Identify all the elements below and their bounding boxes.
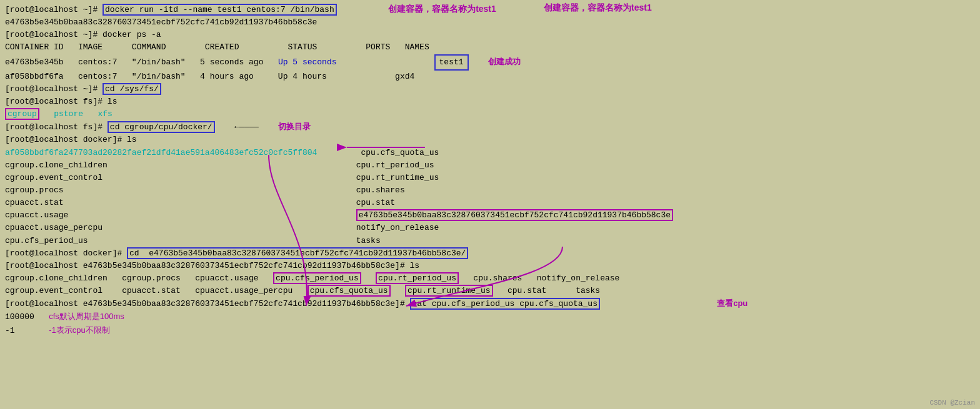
watermark: CSDN @Zcian bbox=[929, 399, 975, 407]
line-cpuacct-stat: cpuacct.stat cpu.stat bbox=[5, 197, 975, 209]
line-ls-row2: cgroup.event_control cpuacct.stat cpuacc… bbox=[5, 285, 975, 297]
line-ls-row1: cgroup.clone_children cgroup.procs cpuac… bbox=[5, 272, 975, 285]
annotation-switch-dir: 切换目录 bbox=[278, 122, 311, 131]
cpu-cfs-period-highlight: cpu.cfs_period_us bbox=[273, 272, 361, 284]
line-cat-command: [root@localhost e4763b5e345b0baa83c32876… bbox=[5, 297, 975, 310]
terminal: [root@localhost ~]# docker run -itd --na… bbox=[0, 0, 980, 340]
annotation-cpu-unlimited: -1表示cpu不限制 bbox=[49, 325, 110, 335]
arrow-left-indicator: ←———— bbox=[234, 122, 259, 132]
cd-cgroup-command: cd cgroup/cpu/docker/ bbox=[108, 121, 215, 133]
line-neg1: -1 -1表示cpu不限制 bbox=[5, 324, 975, 337]
line-100000: 100000 cfs默认周期是100ms bbox=[5, 310, 975, 323]
line-cpuacct-usage: cpuacct.usage e4763b5e345b0baa83c3287603… bbox=[5, 209, 975, 222]
annotation-create-container: 创建容器，容器名称为test1 bbox=[388, 4, 496, 14]
annotation-create-container-pos: 创建容器，容器名称为test1 bbox=[544, 1, 652, 15]
xfs-item: xfs bbox=[98, 109, 112, 119]
cat-cpu-command: cat cpu.cfs_period_us cpu.cfs_quota_us bbox=[410, 298, 600, 310]
line-hash-af058: af058bbdf6fa247703ad20282faef21dfd41ae59… bbox=[5, 147, 975, 159]
line-cpu-period: cpu.cfs_period_us tasks bbox=[5, 235, 975, 247]
e4763-highlight-right: e4763b5e345b0baa83c328760373451ecbf752cf… bbox=[356, 209, 673, 221]
line-container1: e4763b5e345b centos:7 "/bin/bash" 5 seco… bbox=[5, 54, 975, 71]
cd-sysfs-command: cd /sys/fs/ bbox=[102, 83, 161, 95]
line-cd-sysfs: [root@localhost ~]# cd /sys/fs/ bbox=[5, 83, 975, 96]
pstore-item: pstore bbox=[54, 109, 83, 119]
line-cgroup-event: cgroup.event_control cpu.rt_runtime_us bbox=[5, 172, 975, 184]
annotation-cfs-period: cfs默认周期是100ms bbox=[49, 312, 124, 321]
af058-hash: af058bbdf6fa247703ad20282faef21dfd41ae59… bbox=[5, 148, 317, 157]
line-ls1: [root@localhost fs]# ls bbox=[5, 96, 975, 108]
annotation-view-cpu: 查看cpu bbox=[717, 298, 748, 308]
docker-run-command: docker run -itd --name test1 centos:7 /b… bbox=[102, 4, 337, 16]
line-ps-headers: CONTAINER ID IMAGE COMMAND CREATED STATU… bbox=[5, 41, 975, 54]
line-docker-ps: [root@localhost ~]# docker ps -a bbox=[5, 29, 975, 41]
line-docker-run: [root@localhost ~]# docker run -itd --na… bbox=[5, 2, 975, 16]
cpu-rt-runtime-highlight: cpu.rt_runtime_us bbox=[405, 285, 493, 297]
test1-box: test1 bbox=[434, 54, 469, 71]
line-cgroup-procs: cgroup.procs cpu.shares bbox=[5, 184, 975, 197]
line-container2: af058bbdf6fa centos:7 "/bin/bash" 4 hour… bbox=[5, 71, 975, 83]
annotation-create-success: 创建成功 bbox=[488, 57, 521, 66]
line-long-prompt-ls: [root@localhost e4763b5e345b0baa83c32876… bbox=[5, 260, 975, 272]
line-hash: e4763b5e345b0baa83c328760373451ecbf752cf… bbox=[5, 16, 975, 29]
cpu-rt-period-highlight: cpu.rt_period_us bbox=[376, 272, 459, 284]
line-ls-output1: cgroup pstore xfs bbox=[5, 108, 975, 121]
line-cpuacct-percpu: cpuacct.usage_percpu notify_on_release bbox=[5, 222, 975, 234]
cgroup-item: cgroup bbox=[5, 108, 39, 120]
line-ls2: [root@localhost docker]# ls bbox=[5, 134, 975, 146]
line-cgroup-clone: cgroup.clone_children cpu.rt_period_us bbox=[5, 159, 975, 172]
line-cd-e4763: [root@localhost docker]# cd e4763b5e345b… bbox=[5, 247, 975, 260]
cd-e4763-command: cd e4763b5e345b0baa83c328760373451ecbf75… bbox=[127, 247, 468, 259]
cpu-cfs-quota-highlight: cpu.cfs_quota_us bbox=[308, 285, 391, 297]
line-cd-cgroup: [root@localhost fs]# cd cgroup/cpu/docke… bbox=[5, 121, 975, 134]
